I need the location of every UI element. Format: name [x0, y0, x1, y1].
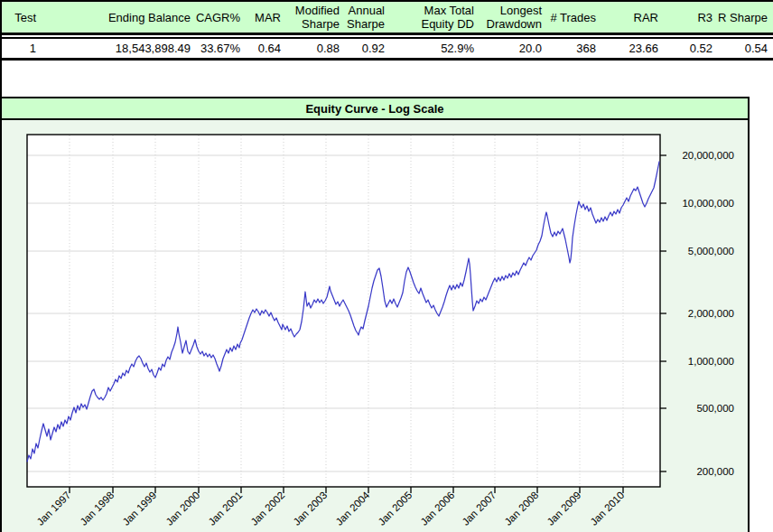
- header-cell-ending-balance: Ending Balance: [42, 2, 196, 33]
- header-cell-rar: RAR: [601, 2, 664, 33]
- window-left-border: [0, 0, 2, 532]
- data-cell-longest-drawdown: 20.0: [480, 42, 547, 55]
- header-cell-max-total-equity-dd: Max Total Equity DD: [390, 2, 480, 33]
- data-cell-mar: 0.64: [246, 42, 286, 55]
- chart-panel: Equity Curve - Log Scale: [0, 97, 750, 532]
- data-cell-cagr: 33.67%: [196, 42, 246, 55]
- data-cell-r3: 0.52: [664, 42, 718, 55]
- chart-title-bar: Equity Curve - Log Scale: [2, 97, 748, 120]
- header-cell-trades: # Trades: [547, 2, 601, 33]
- header-cell-annual-sharpe: Annual Sharpe: [345, 2, 390, 33]
- header-cell-test: Test: [0, 2, 42, 33]
- data-cell-max-total-equity-dd: 52.9%: [390, 42, 480, 55]
- results-table-header-row: TestEnding BalanceCAGR%MARModified Sharp…: [0, 0, 773, 35]
- data-cell-trades: 368: [547, 42, 601, 55]
- data-cell-rar: 23.66: [601, 42, 664, 55]
- results-table: TestEnding BalanceCAGR%MARModified Sharp…: [0, 0, 773, 61]
- page: { "table": { "columns": [ {"label": "Tes…: [0, 0, 773, 532]
- data-cell-annual-sharpe: 0.92: [345, 42, 390, 55]
- chart-title: Equity Curve - Log Scale: [305, 102, 443, 116]
- header-cell-r3: R3: [664, 2, 718, 33]
- data-cell-ending-balance: 18,543,898.49: [42, 42, 196, 55]
- data-cell-test: 1: [0, 42, 42, 55]
- header-cell-longest-drawdown: Longest Drawdown: [480, 2, 547, 33]
- data-cell-r-sharpe: 0.54: [718, 42, 773, 55]
- results-table-data-row[interactable]: 118,543,898.4933.67%0.640.880.9252.9%20.…: [0, 37, 773, 61]
- window-top-border: [0, 0, 773, 2]
- header-cell-r-sharpe: R Sharpe: [718, 2, 773, 33]
- header-cell-modified-sharpe: Modified Sharpe: [286, 2, 345, 33]
- data-cell-modified-sharpe: 0.88: [286, 42, 345, 55]
- header-cell-mar: MAR: [246, 2, 286, 33]
- header-cell-cagr: CAGR%: [196, 2, 246, 33]
